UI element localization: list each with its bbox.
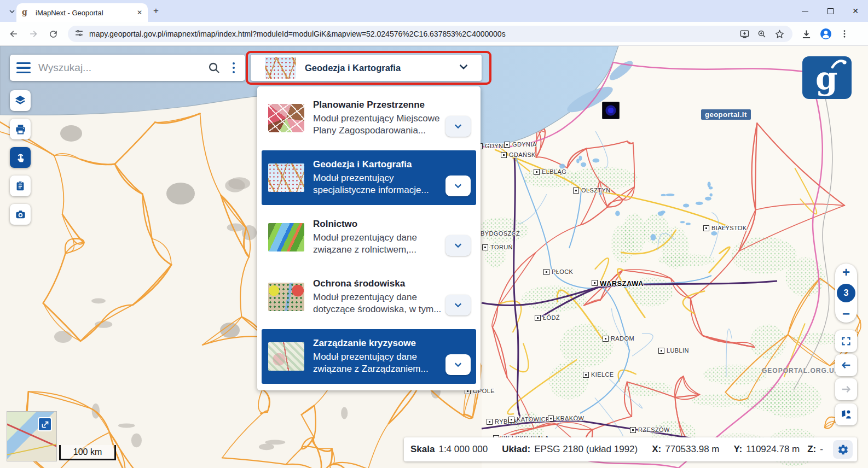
module-thumbnail [268,342,304,371]
module-selector-dropdown[interactable]: Geodezja i Kartografia [251,55,482,81]
module-item-zarzadzanie[interactable]: Zarządzanie kryzysowe Moduł prezentujący… [262,329,476,384]
site-info-icon[interactable] [74,28,84,40]
scale-bar: 100 km [59,445,116,460]
module-expand-button[interactable] [445,354,471,375]
settings-gear-icon[interactable] [833,440,853,459]
module-description: Moduł prezentujący Miejscowe Plany Zagos… [313,113,451,137]
zoom-in-button[interactable]: + [842,266,850,279]
streetview-guide-button[interactable] [835,403,857,425]
zoom-icon[interactable] [755,27,768,40]
bookmark-star-icon[interactable] [773,27,786,40]
window-maximize-button[interactable] [818,0,843,22]
download-icon[interactable] [799,27,813,41]
expand-minimap-icon[interactable] [38,417,52,431]
status-bar: Skala 1:4 000 000 Układ: EPSG 2180 (ukła… [404,437,857,461]
module-thumbnail [268,283,304,311]
module-title: Planowanie Przestrzenne [313,100,451,110]
chevron-down-icon [458,61,470,75]
install-icon[interactable] [738,27,751,40]
scale-readout: Skala 1:4 000 000 [410,444,488,455]
overview-minimap[interactable] [7,411,57,461]
module-thumbnail [268,163,304,192]
module-title: Zarządzanie kryzysowe [313,338,451,349]
module-thumbnail [268,104,304,132]
crs-readout: Układ: EPSG 2180 (układ 1992) [502,444,638,455]
scale-bar-label: 100 km [73,447,102,457]
watermark-geoportal-lt: geoportal.lt [701,109,751,120]
profile-icon[interactable] [819,27,833,41]
y-coordinate-readout: Y: 110924.78 m [733,444,800,455]
browser-menu-icon[interactable] [837,27,852,41]
module-expand-button[interactable] [445,235,471,256]
zoom-level-badge: 3 [837,284,855,302]
search-options-icon[interactable] [225,60,242,76]
modules-panel: Planowanie Przestrzenne Moduł prezentują… [257,86,481,390]
module-title: Ochrona środowiska [313,278,451,289]
print-button[interactable] [10,119,31,139]
module-expand-button[interactable] [445,295,471,315]
module-expand-button[interactable] [445,116,471,137]
module-title: Geodezja i Kartografia [313,159,451,170]
search-input[interactable] [38,62,206,74]
select-touch-button[interactable] [10,147,31,168]
map-tools [10,90,31,225]
module-expand-button[interactable] [445,176,471,196]
browser-tab[interactable]: g iMapNext - Geoportal ✕ [16,3,148,22]
module-selector-label: Geodezja i Kartografia [305,63,458,73]
layers-button[interactable] [10,90,31,111]
module-description: Moduł prezentujący specjalistyczne infor… [313,172,451,196]
favicon: g [22,8,31,17]
back-icon[interactable] [7,27,21,41]
fullscreen-button[interactable] [835,330,857,352]
module-description: Moduł prezentujący dane dotyczące środow… [313,291,451,315]
next-view-button[interactable] [835,378,857,400]
forward-icon[interactable] [26,27,40,41]
browser-toolbar: mapy.geoportal.gov.pl/imapnext/imap/inde… [0,22,868,46]
reload-icon[interactable] [46,27,60,41]
url-text: mapy.geoportal.gov.pl/imapnext/imap/inde… [89,30,733,38]
module-item-geodezja[interactable]: Geodezja i Kartografia Moduł prezentując… [262,150,476,205]
watermark-geoportal-ua: GEOPORTAL.ORG.UA [762,367,840,375]
menu-hamburger-icon[interactable] [16,62,31,73]
clipboard-button[interactable] [10,176,31,196]
search-bar [10,55,245,81]
map-emblem-marker [602,102,620,119]
new-tab-button[interactable]: + [153,5,159,16]
module-item-ochrona[interactable]: Ochrona środowiska Moduł prezentujący da… [262,270,476,324]
zoom-control: + 3 − [835,264,857,323]
zoom-out-button[interactable]: − [842,307,850,320]
map-canvas[interactable]: GDYNIAGDYNIAGDAŃSKELBLĄGOLSZTYNBIAŁYSTOK… [0,46,868,468]
window-close-button[interactable]: ✕ [843,0,868,22]
module-description: Moduł prezentujący dane związane z rolni… [313,232,451,256]
module-item-rolnictwo[interactable]: Rolnictwo Moduł prezentujący dane związa… [262,210,476,265]
previous-view-button[interactable] [835,354,857,376]
module-item-planowanie[interactable]: Planowanie Przestrzenne Moduł prezentują… [262,91,476,145]
geoportal-logo[interactable]: g [802,56,852,99]
module-thumbnail [268,223,304,251]
module-description: Moduł prezentujący dane związane z Zarzą… [313,351,451,375]
tab-close-icon[interactable]: ✕ [137,9,142,16]
module-title: Rolnictwo [313,219,451,230]
search-icon[interactable] [206,60,222,76]
browser-titlebar: g iMapNext - Geoportal ✕ + ✕ [0,0,868,22]
tab-title: iMapNext - Geoportal [36,9,134,17]
screenshot-camera-button[interactable] [10,204,31,225]
url-bar[interactable]: mapy.geoportal.gov.pl/imapnext/imap/inde… [68,26,792,42]
module-selector-thumbnail [265,57,296,79]
window-minimize-button[interactable] [792,0,818,22]
x-coordinate-readout: X: 770533.98 m [652,444,719,455]
z-coordinate-readout: Z: - [807,444,823,455]
